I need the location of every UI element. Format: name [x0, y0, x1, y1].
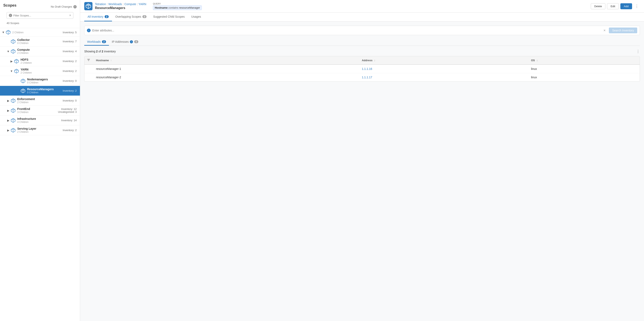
scope-children-label: 0 Children — [27, 91, 63, 94]
scope-children-label: 2 Children — [17, 130, 63, 133]
svg-marker-16 — [21, 79, 25, 82]
cube-icon-active — [20, 88, 26, 93]
search-input[interactable] — [92, 29, 602, 32]
list-item[interactable]: ▶ Enforcement 2 Children Inventory: 0 — [0, 96, 80, 106]
svg-marker-34 — [86, 4, 90, 6]
address-column-header[interactable]: Address ↕ — [358, 56, 528, 64]
scope-name: Compute — [17, 48, 63, 52]
address-sort-icon[interactable]: ↕ — [374, 59, 376, 62]
chevron-right-icon[interactable]: ▶ — [10, 60, 13, 63]
search-inventory-button[interactable]: Search Inventory — [609, 28, 637, 33]
os-header-label: OS — [531, 59, 535, 62]
add-button[interactable]: Add — [620, 3, 632, 9]
current-scope-name: ResourceManagers — [95, 6, 146, 10]
list-item[interactable]: ▼ Compute 2 Children Inventory: 4 — [0, 46, 80, 56]
scope-children-label: 0 Children — [17, 42, 63, 44]
hostname-column-header[interactable]: Hostname ↑ — [93, 56, 358, 64]
scope-logo — [84, 2, 92, 10]
ip-addresses-info-icon: i — [130, 40, 133, 43]
more-options-button[interactable]: ⋮ — [634, 3, 640, 9]
breadcrumb-compute[interactable]: Compute — [124, 2, 136, 6]
breadcrumb-tetration[interactable]: Tetration — [95, 2, 106, 6]
inventory-more-options-icon[interactable]: ⋮ — [636, 49, 640, 54]
sub-tab-workloads-label: Workloads — [87, 40, 101, 43]
chevron-down-icon[interactable]: ▼ — [6, 50, 10, 53]
list-item[interactable]: ▼ 2 Children Inventory: 5 — [0, 28, 80, 36]
cube-logo-icon — [86, 3, 91, 9]
main-tabs: All Inventory 2 Overlapping Scopes 0 Sug… — [80, 12, 644, 22]
tab-suggested-child-scopes[interactable]: Suggested Child Scopes — [150, 12, 188, 21]
hostname-header-label: Hostname — [96, 59, 109, 62]
chevron-right-icon[interactable]: ▶ — [6, 129, 10, 132]
os-sort-icon[interactable]: ↕ — [536, 59, 538, 62]
content-area: i × Search Inventory Workloads 2 IP Addr… — [80, 22, 644, 321]
scope-children-label: 2 Children — [12, 31, 63, 34]
search-bar: i × Search Inventory — [84, 26, 640, 35]
chevron-down-icon[interactable]: ▼ — [2, 30, 5, 34]
list-item-active[interactable]: ▶ ResourceManagers 0 Children Inventory:… — [0, 86, 80, 96]
breadcrumb-workloads[interactable]: Workloads — [108, 2, 122, 6]
list-item[interactable]: ▶ Serving Layer 2 Children Inventory: 2 — [0, 125, 80, 135]
scope-children-label: 0 Children — [27, 81, 63, 84]
scope-name: Infrastructure — [17, 117, 61, 120]
svg-marker-7 — [11, 49, 15, 52]
sub-tab-ip-addresses[interactable]: IP Addresses i 0 — [109, 38, 141, 46]
list-item[interactable]: ▼ YARN 2 Children Inventory: 2 — [0, 66, 80, 76]
chevron-right-icon[interactable]: ▶ — [6, 109, 10, 112]
list-item[interactable]: ▶ Collector 0 Children Inventory: 7 — [0, 36, 80, 46]
cube-icon — [11, 128, 16, 133]
chevron-down-icon[interactable]: ▼ — [10, 70, 13, 73]
os-column-header[interactable]: OS ↕ — [528, 56, 640, 64]
cube-icon — [11, 49, 16, 54]
scope-children-label: 2 Children — [20, 71, 63, 74]
address-cell[interactable]: 1.1.1.16 — [358, 64, 528, 73]
inventory-table-body: resourceManager-1 1.1.1.16 linux resourc… — [84, 64, 640, 82]
filter-bar[interactable]: i × — [6, 12, 73, 19]
list-item[interactable]: ▶ HDFS 2 Children Inventory: 2 — [0, 56, 80, 66]
breadcrumb-yarn[interactable]: YARN — [138, 2, 146, 6]
topbar-actions: Delete Edit Add ⋮ — [591, 3, 640, 9]
sub-tab-workloads[interactable]: Workloads 2 — [84, 38, 109, 46]
edit-button[interactable]: Edit — [607, 3, 618, 9]
of-text: of — [98, 50, 101, 53]
main-content: Tetration : Workloads : Compute : YARN R… — [80, 0, 644, 321]
scope-count: 40 Scopes — [3, 21, 77, 26]
query-badge: Hostname contains resourceManager — [153, 5, 202, 10]
scope-inventory: Inventory: 12 Uncategorized: 3 — [58, 108, 77, 114]
address-cell[interactable]: 1.1.1.17 — [358, 73, 528, 82]
tab-all-inventory[interactable]: All Inventory 2 — [84, 12, 112, 21]
list-item[interactable]: ▶ Infrastructure 4 Children Inventory: 1… — [0, 116, 80, 125]
filter-icon — [87, 58, 90, 62]
cube-icon — [14, 69, 19, 74]
scope-children-label: 3 Children — [17, 111, 58, 114]
delete-button[interactable]: Delete — [591, 3, 606, 9]
filter-clear-icon[interactable]: × — [69, 14, 71, 17]
address-header-label: Address — [362, 59, 372, 62]
query-value: resourceManager — [179, 6, 200, 9]
cube-icon — [20, 78, 26, 84]
scope-name: HDFS — [20, 58, 63, 61]
scope-children-label: 4 Children — [17, 121, 61, 124]
tab-usages[interactable]: Usages — [188, 12, 204, 21]
row-filter-cell — [84, 64, 93, 73]
scope-name: Enforcement — [17, 98, 63, 101]
scope-inventory: Inventory: 5 — [63, 31, 77, 34]
search-clear-icon[interactable]: × — [604, 28, 606, 33]
svg-marker-19 — [21, 89, 25, 91]
chevron-right-icon[interactable]: ▶ — [6, 119, 10, 122]
tab-all-inventory-label: All Inventory — [88, 15, 103, 18]
tab-overlapping-scopes[interactable]: Overlapping Scopes 0 — [112, 12, 150, 21]
scope-name: Serving Layer — [17, 127, 63, 130]
chevron-right-icon[interactable]: ▶ — [6, 99, 10, 102]
filter-input[interactable] — [13, 14, 68, 17]
scope-inventory: Inventory: 0 — [63, 79, 77, 82]
scope-name: FrontEnd — [17, 107, 58, 110]
filter-column-header — [84, 56, 93, 64]
list-item[interactable]: ▶ FrontEnd 3 Children Inventory: 12 Unca… — [0, 106, 80, 116]
svg-marker-10 — [14, 59, 18, 62]
hostname-sort-icon[interactable]: ↑ — [110, 59, 112, 62]
sub-tab-ip-addresses-badge: 0 — [134, 40, 138, 43]
sub-tab-ip-addresses-label: IP Addresses — [112, 40, 129, 43]
list-item[interactable]: ▶ Nodemanagers 0 Children Inventory: 0 — [0, 76, 80, 86]
search-info-icon: i — [87, 28, 90, 32]
